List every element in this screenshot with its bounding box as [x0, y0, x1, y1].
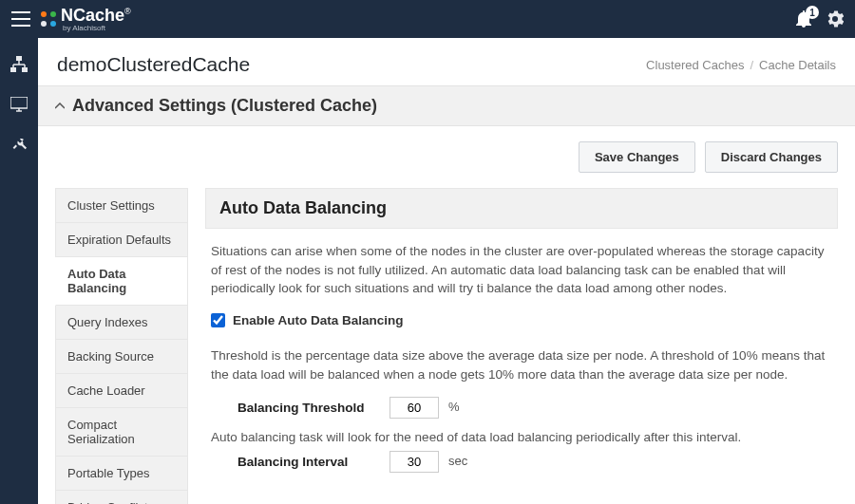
svg-rect-9: [22, 67, 28, 72]
settings-sidenav: Cluster Settings Expiration Defaults Aut…: [55, 188, 188, 504]
rail-item-tools[interactable]: [10, 135, 28, 154]
svg-rect-0: [11, 11, 30, 13]
notifications-button[interactable]: 1: [796, 10, 811, 28]
sidenav-item-auto-data-balancing[interactable]: Auto Data Balancing: [55, 257, 187, 306]
gear-icon: [826, 10, 844, 28]
enable-label: Enable Auto Data Balancing: [233, 311, 404, 330]
sidenav-item-query-indexes[interactable]: Query Indexes: [56, 306, 187, 340]
left-rail: [0, 38, 38, 504]
svg-rect-14: [10, 97, 28, 108]
interval-description: Auto balancing task will look for the ne…: [211, 428, 832, 447]
svg-rect-7: [16, 56, 22, 61]
breadcrumb-separator: /: [750, 58, 753, 72]
interval-label: Balancing Interval: [238, 453, 380, 472]
logo-text: NCache: [61, 6, 124, 26]
rail-item-cluster[interactable]: [10, 55, 28, 74]
page: demoClusteredCache Clustered Caches / Ca…: [38, 38, 855, 504]
notification-count: 1: [806, 6, 819, 19]
interval-unit: sec: [448, 453, 467, 471]
breadcrumb-link[interactable]: Clustered Caches: [646, 58, 744, 72]
save-button[interactable]: Save Changes: [579, 141, 695, 173]
section-title: Advanced Settings (Clustered Cache): [72, 96, 377, 116]
panel-title-bar: Auto Data Balancing: [205, 188, 838, 229]
rail-item-monitor[interactable]: [10, 95, 28, 114]
threshold-unit: %: [448, 399, 460, 417]
sidenav-item-cluster-settings[interactable]: Cluster Settings: [56, 189, 187, 223]
svg-rect-8: [10, 67, 16, 72]
svg-rect-2: [11, 25, 30, 27]
panel-title: Auto Data Balancing: [219, 198, 824, 218]
svg-point-3: [41, 11, 47, 17]
settings-panel: Auto Data Balancing Situations can arise…: [205, 188, 838, 504]
interval-input[interactable]: [390, 451, 439, 473]
threshold-label: Balancing Threshold: [238, 399, 380, 418]
topbar: NCache ® by Alachisoft 1: [0, 0, 855, 38]
svg-point-6: [50, 21, 56, 27]
svg-rect-1: [11, 18, 30, 20]
discard-button[interactable]: Discard Changes: [705, 141, 838, 173]
sidenav-item-backing-source[interactable]: Backing Source: [56, 340, 187, 374]
sidenav-item-compact-serialization[interactable]: Compact Serialization: [56, 408, 187, 457]
logo: NCache ® by Alachisoft: [40, 6, 131, 32]
sidenav-item-expiration-defaults[interactable]: Expiration Defaults: [56, 223, 187, 257]
enable-checkbox[interactable]: [211, 313, 225, 327]
settings-button[interactable]: [826, 10, 844, 28]
sidenav-item-portable-types[interactable]: Portable Types: [56, 457, 187, 491]
breadcrumb-current: Cache Details: [759, 58, 836, 72]
section-header[interactable]: Advanced Settings (Clustered Cache): [38, 85, 855, 126]
chevron-up-icon: [55, 103, 65, 110]
sidenav-item-cache-loader[interactable]: Cache Loader: [56, 374, 187, 408]
sidenav-item-bridge-conflict-resolver[interactable]: Bridge Conflict Resolver: [56, 491, 187, 504]
panel-body: Situations can arise when some of the no…: [205, 229, 838, 495]
menu-toggle-icon[interactable]: [11, 11, 30, 27]
action-row: Save Changes Discard Changes: [55, 141, 838, 173]
content: Save Changes Discard Changes Cluster Set…: [38, 126, 855, 504]
page-header: demoClusteredCache Clustered Caches / Ca…: [38, 38, 855, 85]
breadcrumb: Clustered Caches / Cache Details: [646, 58, 836, 72]
threshold-row: Balancing Threshold %: [238, 397, 832, 419]
threshold-input[interactable]: [390, 397, 439, 419]
svg-point-4: [50, 11, 56, 17]
logo-mark: [40, 10, 57, 28]
threshold-description: Threshold is the percentage data size ab…: [211, 346, 832, 383]
interval-row: Balancing Interval sec: [238, 451, 832, 473]
logo-trademark: ®: [124, 7, 131, 16]
page-title: demoClusteredCache: [57, 53, 250, 76]
intro-text: Situations can arise when some of the no…: [211, 242, 832, 298]
svg-point-5: [41, 21, 47, 27]
enable-row: Enable Auto Data Balancing: [211, 311, 832, 330]
